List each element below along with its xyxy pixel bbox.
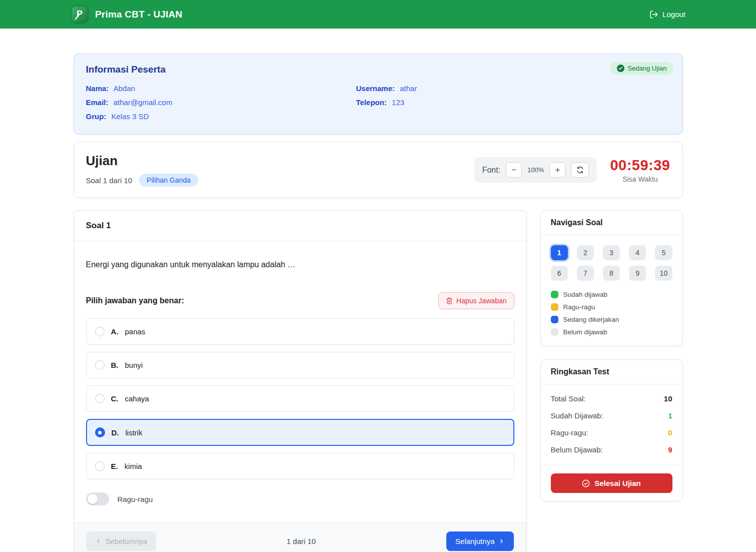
summary-label: Belum Dijawab: [551,445,603,454]
option-text: bunyi [125,361,143,369]
answer-option-c[interactable]: C. cahaya [86,385,514,412]
pagination-position: 1 dari 10 [287,537,316,545]
legend-answered: Sudah dijawab [551,291,672,298]
brand: P Prima CBT - UJIAN [71,6,182,24]
summary-footer: Selesai Ujian [541,465,682,501]
option-key: C. [111,394,119,403]
exam-progress: Soal 1 dari 10 [86,176,133,185]
answered-swatch-icon [551,291,558,298]
exam-meta: Soal 1 dari 10 Pilihan Ganda [86,174,199,187]
field-username-label: Username: [356,84,395,93]
clear-answer-button[interactable]: Hapus Jawaban [438,292,514,309]
field-telepon: Telepon: 123 [356,98,670,107]
font-reset-button[interactable] [571,162,589,178]
field-grup-label: Grup: [86,112,107,121]
refresh-icon [576,166,584,174]
font-increase-button[interactable]: + [549,162,565,178]
field-nama-value: Abdan [114,84,135,93]
radio-option-e[interactable] [95,461,105,471]
summary-label: Sudah Dijawab: [551,411,603,420]
instruction-row: Pilih jawaban yang benar: Hapus Jawaban [86,292,514,309]
logout-button[interactable]: Logout [649,10,685,19]
sidebar: Navigasi Soal 1 2 3 4 5 6 7 8 9 10 [540,210,683,501]
timer-value: 00:59:39 [610,157,670,174]
answer-option-a[interactable]: A. panas [86,318,514,345]
field-email: Email: athar@gmail.com [86,98,356,107]
radio-option-a[interactable] [95,327,105,336]
next-button[interactable]: Selanjutnya [446,531,514,551]
trash-icon [446,297,453,304]
radio-option-c[interactable] [95,394,105,403]
option-text: kimia [125,462,142,470]
check-badge-icon [617,65,624,72]
answer-option-e[interactable]: E. kimia [86,453,514,479]
question-footer: Sebelumnya 1 dari 10 Selanjutnya [74,522,526,552]
field-grup-value: Kelas 3 SD [112,112,149,121]
font-size-controls: Font: − 100% + [474,157,597,183]
finish-exam-label: Selesai Ujian [594,479,641,487]
option-text: listrik [126,428,143,437]
field-email-label: Email: [86,98,109,107]
nav-question-10[interactable]: 10 [655,266,672,281]
toggle-knob-icon [88,494,98,504]
participant-fields: Nama: Abdan Email: athar@gmail.com Grup:… [86,81,670,123]
field-nama-label: Nama: [86,84,109,93]
summary-value: 10 [664,394,672,403]
answer-instruction: Pilih jawaban yang benar: [86,296,185,305]
exam-title: Ujian [86,153,199,169]
field-grup: Grup: Kelas 3 SD [86,112,356,121]
nav-question-2[interactable]: 2 [577,245,594,260]
exam-header-card: Ujian Soal 1 dari 10 Pilihan Ganda Font:… [74,142,683,198]
summary-answered: Sudah Dijawab: 1 [551,411,672,420]
field-nama: Nama: Abdan [86,84,356,93]
app-logo-icon: P [71,6,89,24]
test-summary-card: Ringkasan Test Total Soal: 10 Sudah Dija… [540,359,683,501]
legend-doubt: Ragu-ragu [551,303,672,311]
app-header: P Prima CBT - UJIAN Logout [0,0,756,29]
summary-value: 1 [668,411,672,420]
participant-info-card: Informasi Peserta Sedang Ujian Nama: Abd… [74,54,683,135]
timer-label: Sisa Waktu [610,175,670,183]
field-email-value: athar@gmail.com [114,98,173,107]
timer: 00:59:39 Sisa Waktu [610,157,670,183]
nav-question-7[interactable]: 7 [577,266,594,281]
doubt-row: Ragu-ragu [86,492,514,505]
legend-label: Ragu-ragu [563,303,595,311]
option-text: panas [125,327,146,336]
radio-option-d[interactable] [95,427,105,437]
field-telepon-label: Telepon: [356,98,387,107]
finish-exam-button[interactable]: Selesai Ujian [551,473,672,493]
nav-question-9[interactable]: 9 [629,266,646,281]
nav-question-4[interactable]: 4 [629,245,646,260]
doubt-swatch-icon [551,303,558,311]
clear-answer-label: Hapus Jawaban [456,297,506,305]
option-key: A. [111,327,119,336]
nav-question-5[interactable]: 5 [655,245,672,260]
exam-header-right: Font: − 100% + 00:59:39 Sisa Waktu [474,157,670,183]
doubt-toggle[interactable] [86,492,109,505]
nav-question-1[interactable]: 1 [551,245,568,260]
radio-option-b[interactable] [95,360,105,370]
exam-header-left: Ujian Soal 1 dari 10 Pilihan Ganda [86,153,199,187]
nav-question-8[interactable]: 8 [603,266,620,281]
participant-info-title: Informasi Peserta [86,64,670,75]
option-key: D. [112,428,119,437]
summary-value: 9 [668,445,672,454]
font-size-value: 100% [527,166,544,174]
legend-unanswered: Belum dijawab [551,328,672,336]
nav-question-6[interactable]: 6 [551,266,568,281]
option-key: B. [111,361,119,369]
nav-question-3[interactable]: 3 [603,245,620,260]
answer-option-b[interactable]: B. bunyi [86,352,514,378]
answer-option-d[interactable]: D. listrik [86,419,514,446]
chevron-left-icon [95,538,102,544]
font-label: Font: [482,166,500,175]
font-decrease-button[interactable]: − [506,162,522,178]
app-title: Prima CBT - UJIAN [95,9,182,20]
summary-label: Total Soal: [551,394,586,403]
current-swatch-icon [551,316,558,323]
previous-button[interactable]: Sebelumnya [86,531,156,551]
logout-icon [649,10,658,19]
legend-label: Sudah dijawab [563,291,608,298]
option-text: cahaya [125,394,149,403]
